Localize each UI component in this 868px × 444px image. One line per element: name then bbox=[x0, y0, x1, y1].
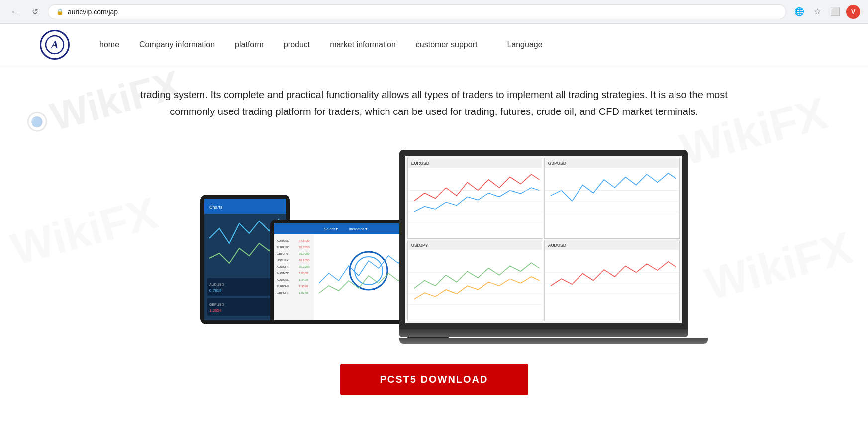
language-selector[interactable]: Language bbox=[507, 40, 542, 49]
download-button[interactable]: PCST5 DOWNLOAD bbox=[340, 364, 528, 395]
download-section: PCST5 DOWNLOAD bbox=[20, 349, 848, 405]
laptop-bottom bbox=[399, 338, 708, 344]
back-button[interactable]: ← bbox=[8, 5, 22, 19]
svg-text:AUDUSD: AUDUSD bbox=[209, 283, 224, 286]
svg-text:GBPUSD: GBPUSD bbox=[209, 303, 224, 306]
laptop-base bbox=[399, 329, 688, 337]
svg-text:AUDCHF: AUDCHF bbox=[277, 265, 289, 268]
svg-text:1.0060: 1.0060 bbox=[299, 272, 308, 275]
site-header: A home Company information platform prod… bbox=[0, 24, 868, 66]
svg-text:USDJPY: USDJPY bbox=[277, 259, 289, 262]
svg-text:0.7819: 0.7819 bbox=[209, 288, 222, 293]
logo-icon: A bbox=[40, 30, 70, 60]
laptop-screen: EURUSD bbox=[399, 150, 688, 329]
nav-customer-support[interactable]: customer support bbox=[416, 40, 478, 49]
svg-text:70.2290: 70.2290 bbox=[299, 265, 310, 268]
svg-text:GBPCHF: GBPCHF bbox=[277, 291, 289, 294]
device-mockups: Charts AUDUSD 0.7819 GBPUSD 1.2654 bbox=[161, 140, 708, 349]
svg-text:Charts: Charts bbox=[209, 205, 223, 210]
svg-text:AUDUSD: AUDUSD bbox=[548, 243, 566, 248]
svg-text:A: A bbox=[50, 38, 59, 51]
svg-text:76.0050: 76.0050 bbox=[299, 252, 310, 255]
svg-text:1.3620: 1.3620 bbox=[299, 285, 308, 288]
svg-text:AUDNZD: AUDNZD bbox=[277, 272, 289, 275]
main-content: 🔵 WikiFX WikiFX WikiFX WikiFX trading sy… bbox=[0, 66, 868, 405]
laptop-mockup: EURUSD bbox=[399, 150, 708, 349]
translate-button[interactable]: 🌐 bbox=[792, 5, 806, 19]
svg-text:Select ▾: Select ▾ bbox=[324, 227, 338, 231]
devices-section: Charts AUDUSD 0.7819 GBPUSD 1.2654 bbox=[20, 140, 848, 349]
chart-pane-tl: EURUSD bbox=[407, 158, 543, 239]
chart-pane-tr: GBPUSD bbox=[544, 158, 680, 239]
nav-platform[interactable]: platform bbox=[235, 40, 264, 49]
svg-text:1.8140: 1.8140 bbox=[299, 291, 308, 294]
svg-text:Indicator ▾: Indicator ▾ bbox=[349, 227, 367, 231]
chart-pane-bl: USDJPY bbox=[407, 240, 543, 321]
svg-text:AUDUSD: AUDUSD bbox=[277, 278, 289, 281]
svg-rect-57 bbox=[545, 158, 678, 238]
address-bar[interactable]: 🔒 auricvip.com/jap bbox=[48, 4, 786, 19]
extensions-button[interactable]: ⬜ bbox=[828, 5, 842, 19]
nav-product[interactable]: product bbox=[284, 40, 310, 49]
svg-rect-63 bbox=[408, 240, 542, 321]
svg-text:70.9550: 70.9550 bbox=[299, 259, 310, 262]
refresh-button[interactable]: ↺ bbox=[28, 5, 42, 19]
lock-icon: 🔒 bbox=[56, 8, 64, 15]
svg-text:EURUSD: EURUSD bbox=[411, 161, 429, 166]
description-text: trading system. Its complete and practic… bbox=[119, 86, 749, 120]
svg-rect-12 bbox=[274, 223, 415, 234]
svg-text:GBPJPY: GBPJPY bbox=[277, 252, 289, 255]
svg-text:1.3420: 1.3420 bbox=[299, 278, 308, 281]
svg-text:AURUSD: AURUSD bbox=[277, 239, 289, 242]
svg-text:GBPUSD: GBPUSD bbox=[548, 161, 566, 166]
svg-text:70.8950: 70.8950 bbox=[299, 246, 310, 249]
browser-chrome: ← ↺ 🔒 auricvip.com/jap 🌐 ☆ ⬜ V bbox=[0, 0, 868, 24]
laptop-display: EURUSD bbox=[405, 156, 682, 323]
svg-text:67.8930: 67.8930 bbox=[299, 239, 310, 242]
main-nav: home Company information platform produc… bbox=[99, 40, 543, 49]
tablet-landscape-display: Select ▾ Indicator ▾ AURUSD 67.8930 EURU… bbox=[274, 223, 415, 320]
svg-rect-64 bbox=[408, 240, 542, 250]
svg-text:EURCHF: EURCHF bbox=[277, 285, 289, 288]
nav-company-information[interactable]: Company information bbox=[139, 40, 215, 49]
svg-text:1.2654: 1.2654 bbox=[209, 308, 222, 313]
page: A home Company information platform prod… bbox=[0, 24, 868, 405]
nav-market-information[interactable]: market information bbox=[330, 40, 396, 49]
svg-text:EURUSD: EURUSD bbox=[277, 246, 289, 249]
url-text: auricvip.com/jap bbox=[68, 8, 118, 16]
nav-home[interactable]: home bbox=[99, 40, 119, 49]
bookmark-button[interactable]: ☆ bbox=[810, 5, 824, 19]
chart-pane-br: AUDUSD bbox=[544, 240, 680, 321]
svg-rect-50 bbox=[408, 158, 542, 238]
svg-text:USDJPY: USDJPY bbox=[411, 243, 428, 248]
description-section: trading system. Its complete and practic… bbox=[20, 76, 848, 130]
browser-actions: 🌐 ☆ ⬜ V bbox=[792, 5, 860, 19]
logo[interactable]: A bbox=[40, 30, 70, 60]
tablet-landscape-screen: Select ▾ Indicator ▾ AURUSD 67.8930 EURU… bbox=[270, 220, 419, 324]
user-avatar[interactable]: V bbox=[846, 5, 860, 19]
